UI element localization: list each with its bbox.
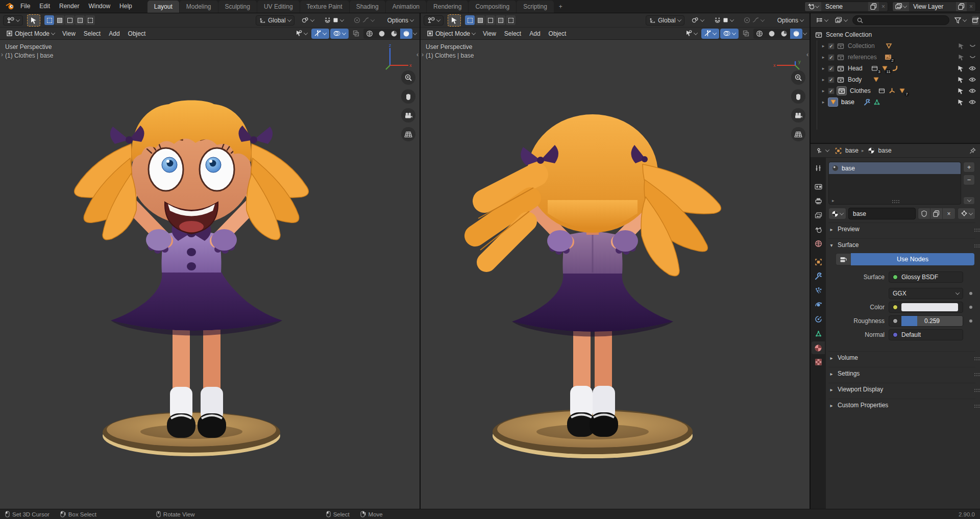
properties-editor-type-button[interactable]	[815, 145, 831, 156]
decorator-dot[interactable]	[969, 306, 972, 309]
scene-name[interactable]: Scene	[821, 3, 868, 10]
selectable-icon[interactable]	[958, 99, 964, 106]
shading-dropdown-icon[interactable]	[803, 31, 807, 35]
tab-scene[interactable]	[812, 223, 825, 236]
panel-custom-properties-header[interactable]: ▸Custom Properties	[828, 399, 975, 411]
shading-material[interactable]	[778, 29, 790, 39]
breadcrumb-material[interactable]: base	[878, 147, 892, 154]
tab-object-data[interactable]	[812, 327, 825, 340]
panel-viewport-display-header[interactable]: ▸Viewport Display	[828, 383, 975, 396]
eye-icon[interactable]	[969, 100, 976, 105]
editor-type-button[interactable]	[3, 15, 23, 26]
use-nodes-button[interactable]: Use Nodes	[851, 253, 974, 265]
tab-constraints[interactable]	[812, 313, 825, 326]
checkbox-checked[interactable]: ✓	[828, 77, 835, 83]
vp-menu-select[interactable]: Select	[501, 28, 525, 39]
gizmos-toggle[interactable]	[701, 29, 719, 39]
tab-particles[interactable]	[812, 284, 825, 297]
options-dropdown[interactable]: Options	[774, 15, 806, 26]
menu-edit[interactable]: Edit	[35, 0, 54, 13]
pivot-point-dropdown[interactable]	[689, 15, 707, 26]
tab-compositing[interactable]: Compositing	[469, 1, 516, 13]
checkbox-checked[interactable]: ✓	[828, 54, 835, 61]
slot-specials-button[interactable]	[963, 196, 975, 205]
select-mode-extend[interactable]	[55, 15, 64, 25]
panel-volume-header[interactable]: ▸Volume	[828, 352, 975, 364]
fake-user-shield-icon[interactable]	[918, 208, 930, 219]
vp-menu-add[interactable]: Add	[526, 28, 544, 39]
expander-icon[interactable]: ▸	[821, 43, 826, 48]
active-tool-select-box[interactable]	[448, 14, 461, 27]
expander-icon[interactable]: ▸	[821, 77, 826, 82]
outliner-row-collection[interactable]: ▸ ✓ Collection	[811, 40, 980, 52]
panel-grip[interactable]	[974, 357, 975, 358]
material-slot-list[interactable]: base ▸	[828, 162, 961, 205]
add-slot-button[interactable]: +	[963, 162, 975, 172]
shading-wireframe[interactable]	[753, 29, 766, 39]
select-mode-intersect[interactable]	[506, 15, 516, 25]
camera-view-icon[interactable]	[401, 108, 415, 122]
pan-hand-icon[interactable]	[791, 89, 805, 104]
mode-selector[interactable]: Object Mode	[424, 29, 478, 39]
eye-icon[interactable]	[969, 77, 976, 82]
tab-view-layer[interactable]	[812, 209, 825, 221]
new-collection-button[interactable]	[971, 15, 979, 26]
vp-menu-add[interactable]: Add	[105, 28, 123, 39]
panel-preview-header[interactable]: ▸ Preview	[828, 223, 975, 235]
view-layer-browse-icon[interactable]	[893, 2, 909, 11]
menu-help[interactable]: Help	[115, 0, 136, 13]
menu-window[interactable]: Window	[84, 0, 114, 13]
zoom-icon[interactable]	[791, 70, 805, 85]
object-visibility-dropdown[interactable]	[682, 29, 700, 39]
tab-texture-paint[interactable]: Texture Paint	[300, 1, 349, 13]
overlays-toggle[interactable]	[720, 29, 739, 39]
transform-orientation-dropdown[interactable]: Global	[256, 15, 295, 26]
tab-render[interactable]	[812, 180, 825, 193]
tab-output[interactable]	[812, 194, 825, 207]
options-dropdown[interactable]: Options	[384, 15, 416, 26]
blender-logo-icon[interactable]	[4, 3, 15, 10]
panel-grip[interactable]	[974, 229, 975, 230]
material-slot-selected[interactable]: base	[829, 162, 961, 174]
axis-gizmo[interactable]: x y	[773, 43, 802, 71]
panel-surface-header[interactable]: ▾ Surface	[828, 239, 975, 251]
menu-file[interactable]: File	[16, 0, 34, 13]
color-field[interactable]	[889, 302, 963, 313]
xray-toggle[interactable]	[740, 29, 752, 39]
transform-orientation-dropdown[interactable]: Global	[646, 15, 684, 26]
scene-browse-icon[interactable]	[805, 2, 821, 11]
hide-viewport-icon[interactable]	[969, 44, 976, 48]
select-mode-invert[interactable]	[496, 15, 505, 25]
unlink-material-icon[interactable]: ×	[943, 208, 955, 219]
selectable-icon[interactable]	[958, 43, 964, 50]
expander-icon[interactable]: ▸	[821, 55, 826, 60]
pan-hand-icon[interactable]	[401, 89, 415, 104]
proportional-editing-toggle[interactable]	[741, 15, 767, 26]
outliner-row-head[interactable]: ▸ ✓ Head 3 11	[811, 63, 980, 74]
mode-selector[interactable]: Object Mode	[3, 29, 58, 39]
panel-grip[interactable]	[974, 244, 975, 245]
vp-menu-select[interactable]: Select	[80, 28, 104, 39]
zoom-icon[interactable]	[401, 70, 415, 85]
tab-rendering[interactable]: Rendering	[427, 1, 468, 13]
shading-rendered[interactable]	[400, 29, 412, 39]
toolbar-expand-icon[interactable]: ›	[1, 51, 3, 58]
panel-settings-header[interactable]: ▸Settings	[828, 367, 975, 380]
active-tool-select-box[interactable]	[27, 14, 40, 27]
material-browse-button[interactable]	[828, 208, 846, 219]
shading-rendered[interactable]	[790, 29, 802, 39]
node-specials-button[interactable]	[958, 208, 975, 219]
scene-unlink-icon[interactable]: ×	[879, 3, 888, 10]
outliner-filter-button[interactable]	[952, 15, 968, 26]
tab-modifiers[interactable]	[812, 270, 825, 283]
tab-animation[interactable]: Animation	[386, 1, 426, 13]
viewport-canvas-back[interactable]: User Perspective (1) Clothes | base › ‹ …	[421, 40, 810, 509]
normal-field[interactable]: Default	[889, 329, 963, 340]
decorator-dot[interactable]	[969, 292, 972, 295]
color-swatch[interactable]	[901, 303, 958, 311]
search-input[interactable]	[866, 17, 945, 24]
checkbox-checked[interactable]: ✓	[828, 88, 835, 94]
selectable-icon[interactable]	[958, 65, 964, 72]
axis-gizmo[interactable]: z x	[383, 43, 412, 71]
hide-viewport-icon[interactable]	[969, 55, 976, 59]
